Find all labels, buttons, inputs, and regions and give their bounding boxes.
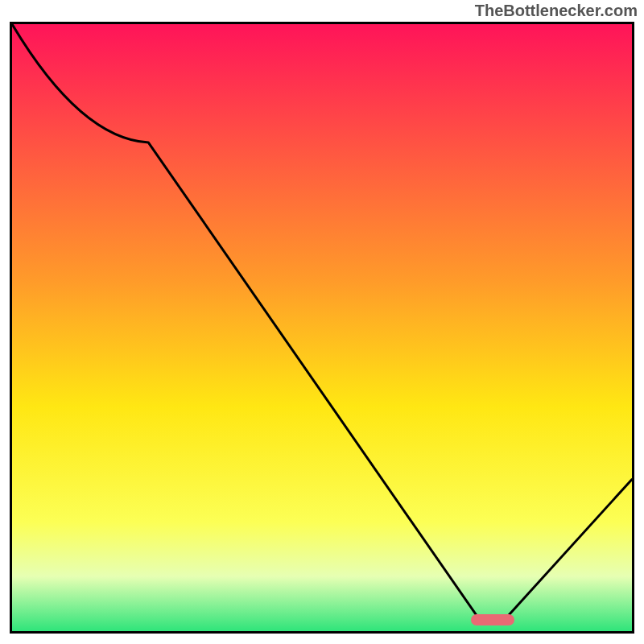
- chart-frame: [10, 22, 634, 634]
- chart-svg: [12, 24, 632, 631]
- optimal-marker: [471, 614, 514, 625]
- watermark-label: TheBottlenecker.com: [475, 2, 638, 20]
- gradient-background: [12, 24, 632, 631]
